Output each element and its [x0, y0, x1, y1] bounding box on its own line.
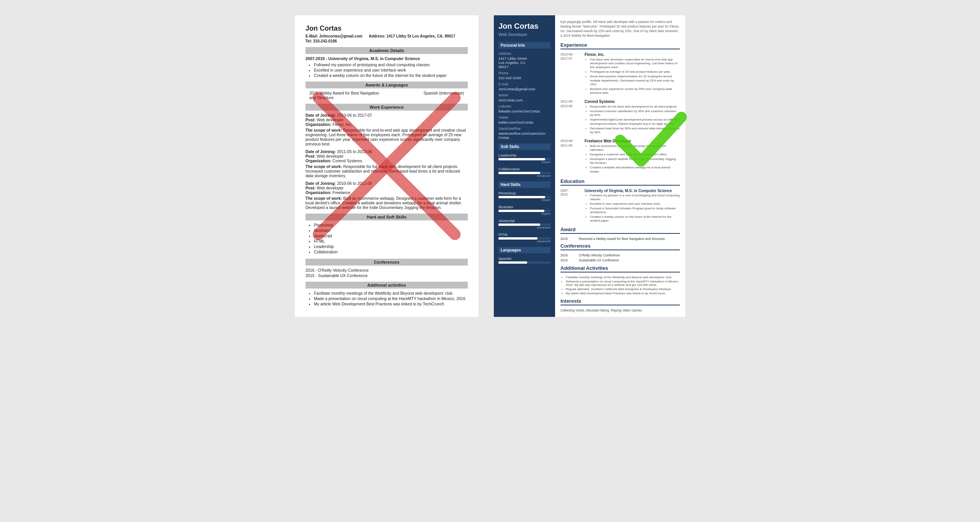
work2-scope: The scope of work: Responsible for full …: [305, 164, 468, 178]
conf1-name: O'Reilly Velocity Conference: [579, 253, 620, 257]
skill-javascript: Javascript Advanced: [498, 219, 550, 229]
exp2-body: Corend Systems Responsible for full stac…: [585, 100, 680, 135]
address-label: Address: [498, 52, 550, 55]
personal-section: Personal Info: [498, 42, 550, 49]
phone-value: 310-242-0196: [498, 76, 550, 80]
www-label: WWW: [498, 93, 550, 97]
stackoverflow-value: stackoverflow.com/users/Jon-Cortas: [498, 131, 550, 140]
academic-bullet-1: Followed my passion of prototyping and c…: [314, 62, 468, 67]
right-resume: Jon Cortas Web Developer Personal Info A…: [494, 15, 685, 317]
skill-leadership: Leadership Expert: [498, 153, 550, 164]
languages-section: Languages: [498, 247, 550, 253]
activity-1: Facilitate monthly meetings of the Webfi…: [314, 291, 468, 295]
edu1-date: 2007 -2010: [560, 189, 581, 224]
academic-title: University of Virginia, M.S. in Computer…: [328, 56, 420, 61]
left-name: Jon Cortas: [305, 24, 468, 33]
email-label-r: E-mail: [498, 82, 550, 86]
work3-scope: The scope of work: Built an ecommerce we…: [305, 196, 468, 210]
skill-collaboration: Collaboration: [314, 250, 468, 254]
conf2-year: 2015: [560, 258, 576, 262]
interests-text: Collecting Vinyls, Mountain biking, Play…: [560, 308, 680, 312]
academic-bullet-3: Created a weekly column on the future of…: [314, 73, 468, 78]
phone-label: Phone: [498, 71, 550, 75]
skill-photoshop: Photoshop: [314, 223, 468, 227]
activity-2: Made a presentation on cloud computing a…: [314, 296, 468, 301]
exp2-bullets: Responsible for full stack web developme…: [585, 105, 680, 134]
left-resume: Jon Cortas E-Mail: Johncortas@gmail.com …: [295, 15, 479, 317]
sidebar-title: Web Developer: [498, 32, 550, 37]
exp3-bullets: Built an ecommerce webapp to sell potty …: [585, 144, 680, 174]
academic-bullets: Followed my passion of prototyping and c…: [305, 62, 468, 78]
tel-value: 310-242-0196: [313, 39, 337, 43]
awards-section-header: Awards & Languages: [305, 82, 468, 88]
main-content: Eye-poppingly prolific, full stack web d…: [555, 15, 685, 317]
awards-row: 2015 Webby Award for Best Navigation and…: [305, 91, 468, 100]
twitter-value: twitter.com/JonCortas: [498, 120, 550, 124]
work2-org: Organization: Corend Systems: [305, 158, 468, 163]
work1-post: Post: Web developer: [305, 117, 468, 122]
hard-skills-section: Hard Skills: [498, 181, 550, 188]
exp1-company: Flexor, Inc.: [585, 52, 680, 57]
conferences-section-title: Conferences: [560, 243, 680, 250]
work-entry-3: Date of Joining: 2010-06 to 2011-05 Post…: [305, 181, 468, 210]
academic-entries: 2007-2010 - University of Virginia, M.S.…: [305, 56, 468, 78]
experience-section-title: Experience: [560, 42, 680, 49]
award-text: 2015 Webby Award for Best Navigation and…: [309, 91, 386, 100]
work1-org: Organization: Flexor, Inc.: [305, 122, 468, 127]
email-label: E-Mail:: [305, 34, 318, 38]
academic-bullet-2: Excelled in user experience and user int…: [314, 68, 468, 72]
work1-date: Date of Joining: 2013-06 to 2017-07: [305, 113, 468, 117]
skill-javascript: Javascript: [314, 233, 468, 238]
email-value-r: JonCortas@gmail.com: [498, 87, 550, 91]
www-value: JonCortas.com: [498, 98, 550, 102]
conf-2: 2015 - Sustainable UX Conference: [305, 273, 468, 278]
work2-post: Post: Web developer: [305, 154, 468, 158]
edu-entry-1: 2007 -2010 University of Virginia, M.S. …: [560, 189, 680, 224]
work-entry-1: Date of Joining: 2013-06 to 2017-07 Post…: [305, 113, 468, 146]
work3-post: Post: Web developer: [305, 186, 468, 190]
sidebar: Jon Cortas Web Developer Personal Info A…: [494, 15, 555, 317]
email-value: Johncortas@gmail.com: [319, 34, 363, 38]
activities-section-header: Additonal activities: [305, 282, 468, 289]
work3-date: Date of Joining: 2010-06 to 2011-05: [305, 181, 468, 186]
skill-leadership: Leadership: [314, 244, 468, 249]
twitter-label: Twitter: [498, 116, 550, 119]
linkedin-label: LinkedIn: [498, 104, 550, 108]
exp-entry-3: 2010-06 -2011-05 Freelance Web Developer…: [560, 139, 680, 175]
award-text-r: Received a Webby Award for Best Navigati…: [579, 237, 666, 241]
exp1-bullets: Full stack web developer responsible for…: [585, 58, 680, 95]
work3-org: Organization: Freelance: [305, 190, 468, 195]
conf-section-header: Conferences: [305, 259, 468, 266]
exp-entry-1: 2013-06 -2017-07 Flexor, Inc. Full stack…: [560, 52, 680, 96]
conf-right-2: 2015 Sustainable UX Conference: [560, 258, 680, 262]
work-section-header: Work Experience: [305, 104, 468, 111]
address-label: Address:: [369, 34, 385, 38]
skills-list: Photoshop Illustrator Javascript HTML Le…: [305, 223, 468, 255]
edu1-body: University of Virginia, M.S. in Computer…: [585, 189, 680, 224]
award-entry: 2015 Received a Webby Award for Best Nav…: [560, 237, 680, 241]
conf-1: 2016 - O'Reilly Velocity Conference: [305, 268, 468, 272]
interests-section-title: Interests: [560, 298, 680, 305]
skill-photoshop: Photoshop Expert: [498, 191, 550, 202]
skill-html: HTML Advanced: [498, 232, 550, 243]
work-entry-2: Date of Joining: 2011-05 to 2013-06 Post…: [305, 149, 468, 178]
edu1-bullets: Followed my passion in a core of prototy…: [585, 194, 680, 223]
award-year: 2015: [560, 237, 576, 241]
education-section-title: Education: [560, 178, 680, 186]
conf2-name: Sustainable UX Conference: [579, 258, 619, 262]
exp3-body: Freelance Web Developer Built an ecommer…: [585, 139, 680, 175]
activity-3: My article Web Development Best Practice…: [314, 302, 468, 306]
work1-scope: The scope of work: Responsible for end-t…: [305, 128, 468, 146]
exp1-date: 2013-06 -2017-07: [560, 52, 581, 96]
activities-section-title: Additional Activities: [560, 265, 680, 272]
conf-right-1: 2016 O'Reilly Velocity Conference: [560, 253, 680, 257]
exp2-company: Corend Systems: [585, 100, 680, 104]
stackoverflow-label: StackOverflow: [498, 127, 550, 130]
work2-date: Date of Joining: 2011-05 to 2013-06: [305, 149, 468, 154]
soft-skills-section: Soft Skills: [498, 144, 550, 150]
address-value: 1417 Libby StreetLos Angeles, CA90017: [498, 56, 550, 69]
academic-section-header: Academic Details: [305, 47, 468, 54]
conf1-year: 2016: [560, 253, 576, 257]
skill-illustrator: Illustrator: [314, 228, 468, 233]
tel-label: Tel:: [305, 39, 312, 43]
